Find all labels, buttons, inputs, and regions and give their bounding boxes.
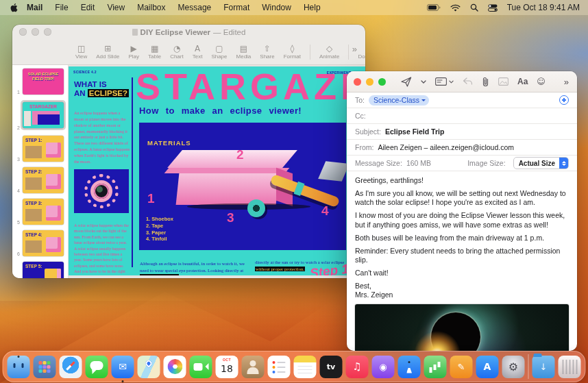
slide-stargazer: SCIENCE 4.2 EXPERIMENT #11 WHAT IS AN EC… bbox=[69, 66, 365, 275]
send-icon[interactable] bbox=[401, 77, 412, 87]
slide-subtitle: How to make an eclipse viewer! bbox=[139, 106, 302, 116]
apple-menu-icon[interactable] bbox=[10, 3, 19, 12]
from-field[interactable]: From: Aileen Zeigen – aileen.zeigen@iclo… bbox=[347, 140, 577, 156]
slide-thumbnail[interactable]: STARGAZER bbox=[23, 102, 64, 128]
dock-item-contacts[interactable] bbox=[242, 356, 265, 378]
slide-thumbnail[interactable]: STEP 2: bbox=[23, 167, 64, 193]
materials-title: MATERIALS bbox=[147, 139, 191, 147]
emoji-icon[interactable]: ☺ bbox=[537, 77, 546, 86]
dock-item-photos[interactable] bbox=[164, 356, 186, 378]
add-recipient-icon[interactable] bbox=[559, 95, 569, 105]
slide-thumbnail[interactable]: STEP 5: bbox=[23, 262, 64, 278]
eclipse-photo-attachment[interactable] bbox=[355, 304, 569, 351]
toolbar-icon: ▦ bbox=[151, 45, 158, 53]
dock-item-apple-tv[interactable]: tv bbox=[320, 356, 343, 378]
slide-canvas[interactable]: SCIENCE 4.2 EXPERIMENT #11 WHAT IS AN EC… bbox=[69, 65, 365, 278]
search-icon[interactable] bbox=[470, 3, 478, 12]
dock-item-numbers[interactable] bbox=[424, 356, 447, 378]
to-field[interactable]: To: Science-Class bbox=[347, 92, 577, 108]
desktop: MailFileEditViewMailboxMessageFormatWind… bbox=[0, 0, 588, 383]
materials-list-item: 4. Tinfoil bbox=[146, 236, 173, 243]
cc-field[interactable]: Cc: bbox=[347, 108, 577, 124]
menu-item[interactable]: Help bbox=[304, 3, 321, 12]
Format[interactable]: ◊ Format bbox=[284, 45, 301, 60]
subject-field[interactable]: Subject: Eclipse Field Trip bbox=[347, 124, 577, 140]
menu-clock[interactable]: Tue Oct 18 9:41 AM bbox=[507, 3, 580, 12]
menu-item[interactable]: Mail bbox=[27, 3, 42, 12]
toolbar-icon: ▢ bbox=[215, 45, 223, 53]
dock-item-pages[interactable]: ✎ bbox=[450, 356, 473, 378]
Table[interactable]: ▦ Table bbox=[148, 45, 161, 60]
minimize-button[interactable] bbox=[366, 78, 373, 86]
Share[interactable]: ⇧ Share bbox=[260, 45, 274, 60]
dock-item-notes[interactable] bbox=[294, 356, 317, 378]
control-center-icon[interactable] bbox=[488, 4, 498, 12]
keynote-titlebar[interactable]: DIY Eclipse Viewer — Edited bbox=[12, 25, 365, 39]
zoom-button[interactable] bbox=[378, 78, 386, 86]
dock-item-maps[interactable] bbox=[138, 356, 160, 378]
slide-thumbnail-row: 7 STEP 5: bbox=[14, 262, 68, 278]
recipient-token[interactable]: Science-Class bbox=[369, 95, 429, 106]
slide-navigator[interactable]: 1 SOLAR ECLIPSE FIELD TRIP! 2 STARGAZER bbox=[12, 65, 69, 278]
dock-item-finder[interactable] bbox=[8, 356, 30, 378]
View[interactable]: ◫ View bbox=[75, 45, 87, 60]
dock-item-downloads[interactable]: ↓ bbox=[532, 356, 555, 378]
body-paragraph: As I'm sure you all know, we will be set… bbox=[355, 189, 569, 207]
Chart[interactable]: ◔ Chart bbox=[170, 45, 184, 60]
close-button[interactable] bbox=[354, 78, 361, 86]
toolbar-icon: ◊ bbox=[290, 45, 294, 53]
materials-list-item: 3. Paper bbox=[146, 230, 173, 236]
toolbar-label: Media bbox=[236, 53, 252, 60]
wifi-icon[interactable] bbox=[450, 4, 461, 12]
menu-item[interactable]: Window bbox=[262, 3, 291, 12]
dock-item-system-settings[interactable]: ⚙ bbox=[502, 356, 525, 378]
toolbar-icon: ◔ bbox=[173, 45, 180, 53]
dock-item-reminders[interactable] bbox=[268, 356, 291, 378]
Animate[interactable]: ◇ Animate bbox=[310, 45, 339, 60]
slide-thumbnail[interactable]: STEP 3: bbox=[23, 199, 64, 225]
dock-item-messages[interactable] bbox=[86, 356, 108, 378]
stepper-icon bbox=[559, 158, 568, 169]
header-fields-icon[interactable] bbox=[435, 77, 454, 86]
toolbar-label: Animate bbox=[319, 53, 339, 60]
menu-item[interactable]: Format bbox=[223, 3, 249, 12]
menu-item[interactable]: View bbox=[107, 3, 125, 12]
send-chevron-icon[interactable] bbox=[421, 80, 426, 84]
dock-item-keynote[interactable] bbox=[398, 356, 421, 378]
dock-item-safari[interactable] bbox=[60, 356, 82, 378]
dock-item-facetime[interactable] bbox=[190, 356, 212, 378]
slide-number: 4 bbox=[14, 188, 20, 193]
Text[interactable]: A Text bbox=[193, 45, 203, 60]
dock-item-launchpad[interactable] bbox=[34, 356, 56, 378]
format-icon[interactable]: Aa bbox=[517, 77, 528, 86]
dock-divider[interactable] bbox=[528, 354, 529, 379]
menu-item[interactable]: Mailbox bbox=[137, 3, 165, 12]
eclipse-paragraph-2: A solar eclipse happens when the moon bl… bbox=[74, 223, 130, 275]
slide-thumbnail[interactable]: STEP 4: bbox=[23, 230, 64, 256]
message-body[interactable]: Greetings, earthlings!As I'm sure you al… bbox=[347, 171, 577, 351]
Media[interactable]: ▤ Media bbox=[236, 45, 252, 60]
toolbar-label: Table bbox=[148, 53, 161, 60]
mail-toolbar[interactable]: Aa ☺ » bbox=[347, 71, 577, 92]
document-icon bbox=[132, 29, 138, 36]
more-icon[interactable]: » bbox=[564, 77, 569, 87]
dock-item-calendar[interactable]: OCT 18 bbox=[216, 356, 238, 378]
materials-panel: MATERIALS 1234 1 bbox=[139, 123, 346, 250]
menu-item[interactable]: Message bbox=[178, 3, 212, 12]
dock-item-podcasts[interactable]: ◉ bbox=[372, 356, 395, 378]
menu-item[interactable]: Edit bbox=[81, 3, 95, 12]
Play[interactable]: ▶ Play bbox=[128, 45, 139, 60]
dock-item-mail[interactable]: ✉ bbox=[112, 356, 134, 378]
battery-icon[interactable] bbox=[427, 4, 441, 11]
menu-item[interactable]: File bbox=[55, 3, 68, 12]
dock-item-app-store[interactable]: A bbox=[476, 356, 499, 378]
image-size-select[interactable]: Actual Size bbox=[513, 157, 569, 169]
toolbar-overflow-button[interactable]: » bbox=[352, 44, 365, 54]
dock-item-trash[interactable] bbox=[559, 356, 581, 378]
slide-thumbnail[interactable]: STEP 1: bbox=[23, 136, 64, 162]
Add Slide[interactable]: ⊞ Add Slide bbox=[96, 45, 119, 60]
attach-icon[interactable] bbox=[482, 77, 489, 87]
Shape[interactable]: ▢ Shape bbox=[211, 45, 227, 60]
slide-thumbnail[interactable]: SOLAR ECLIPSE FIELD TRIP! bbox=[23, 69, 64, 95]
dock-item-music[interactable]: ♫ bbox=[346, 356, 369, 378]
